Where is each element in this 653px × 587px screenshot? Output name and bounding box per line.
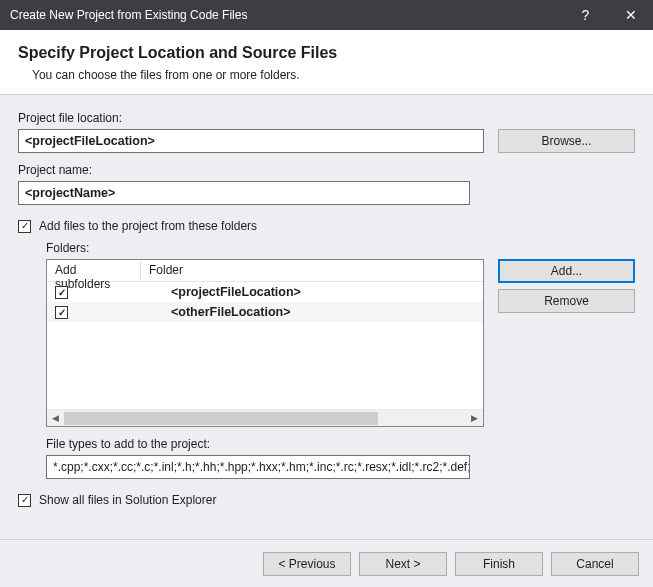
row-subfolder-checkbox[interactable]: ✓ [55, 286, 68, 299]
folders-table[interactable]: Add subfolders Folder ✓ <projectFileLoca… [46, 259, 484, 427]
wizard-footer: < Previous Next > Finish Cancel [0, 539, 653, 587]
filetypes-input[interactable]: *.cpp;*.cxx;*.cc;*.c;*.inl;*.h;*.hh;*.hp… [46, 455, 470, 479]
finish-button[interactable]: Finish [455, 552, 543, 576]
previous-button[interactable]: < Previous [263, 552, 351, 576]
show-all-files-label: Show all files in Solution Explorer [39, 493, 216, 507]
row-folder-cell: <projectFileLocation> [141, 282, 483, 302]
row-subfolder-checkbox[interactable]: ✓ [55, 306, 68, 319]
show-all-files-checkbox[interactable]: ✓ [18, 494, 31, 507]
add-folder-button[interactable]: Add... [498, 259, 635, 283]
scroll-right-icon[interactable]: ▶ [466, 410, 483, 427]
filetypes-label: File types to add to the project: [46, 437, 635, 451]
col-folder[interactable]: Folder [141, 260, 483, 281]
table-row[interactable]: ✓ <otherFileLocation> [47, 302, 483, 322]
page-subtitle: You can choose the files from one or mor… [18, 68, 635, 82]
folders-label: Folders: [46, 241, 635, 255]
table-row[interactable]: ✓ <projectFileLocation> [47, 282, 483, 302]
project-name-input[interactable]: <projectName> [18, 181, 470, 205]
project-name-label: Project name: [18, 163, 635, 177]
add-files-checkbox[interactable]: ✓ [18, 220, 31, 233]
next-button[interactable]: Next > [359, 552, 447, 576]
scroll-left-icon[interactable]: ◀ [47, 410, 64, 427]
cancel-button[interactable]: Cancel [551, 552, 639, 576]
close-icon[interactable]: ✕ [608, 0, 653, 30]
scroll-thumb[interactable] [64, 412, 378, 425]
wizard-header: Specify Project Location and Source File… [0, 30, 653, 95]
window-title: Create New Project from Existing Code Fi… [10, 8, 247, 22]
help-icon[interactable]: ? [563, 0, 608, 30]
project-location-label: Project file location: [18, 111, 635, 125]
page-title: Specify Project Location and Source File… [18, 44, 635, 62]
project-location-input[interactable]: <projectFileLocation> [18, 129, 484, 153]
browse-button[interactable]: Browse... [498, 129, 635, 153]
col-add-subfolders[interactable]: Add subfolders [47, 260, 141, 281]
folders-table-header: Add subfolders Folder [47, 260, 483, 282]
row-folder-cell: <otherFileLocation> [141, 302, 483, 322]
remove-folder-button[interactable]: Remove [498, 289, 635, 313]
add-files-label: Add files to the project from these fold… [39, 219, 257, 233]
horizontal-scrollbar[interactable]: ◀ ▶ [47, 409, 483, 426]
titlebar: Create New Project from Existing Code Fi… [0, 0, 653, 30]
